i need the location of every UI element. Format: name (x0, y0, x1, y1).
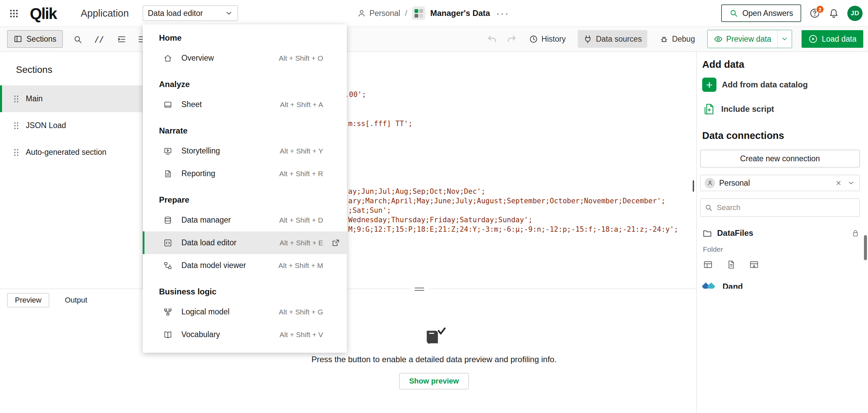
section-item-auto-generated[interactable]: Auto-generated section (0, 139, 142, 166)
connection-name: DataFiles (717, 228, 753, 238)
menu-item-shortcut: Alt + Shift + A (280, 101, 323, 109)
logical-model-icon (163, 308, 172, 316)
space-filter-value: Personal (719, 179, 750, 188)
menu-item-shortcut: Alt + Shift + E (280, 239, 323, 247)
menu-item-label: Data load editor (181, 238, 236, 247)
drag-handle-icon[interactable] (14, 96, 18, 102)
debug-button[interactable]: Debug (657, 30, 698, 48)
chevron-down-icon[interactable] (847, 179, 855, 187)
add-from-catalog-button[interactable]: + Add from data catalog (702, 77, 859, 92)
qlik-logo: Qlik (30, 4, 57, 23)
panel-resize-handle[interactable] (411, 286, 428, 292)
app-launcher-icon[interactable] (7, 6, 21, 21)
include-script-button[interactable]: Include script (702, 102, 859, 117)
menu-item-shortcut: Alt + Shift + O (279, 54, 323, 62)
preview-panel-tabs: Preview Output (7, 293, 89, 307)
section-item-main[interactable]: Main (0, 85, 142, 112)
connector-logo-icon (702, 281, 718, 289)
tab-output[interactable]: Output (63, 295, 89, 305)
data-connections-title: Data connections (702, 130, 784, 141)
menu-group-prepare: Prepare (143, 185, 347, 209)
data-manager-icon (163, 216, 172, 225)
menu-item-overview[interactable]: Overview Alt + Shift + O (143, 47, 347, 69)
data-source-plug-icon (583, 35, 592, 44)
indent-right-icon[interactable] (115, 32, 129, 46)
sections-button-label: Sections (26, 35, 56, 44)
connection-item-datafiles[interactable]: DataFiles (702, 225, 860, 241)
connection-item-partial[interactable]: Dand (702, 279, 860, 289)
storytelling-icon (163, 147, 172, 156)
more-options-icon[interactable]: ··· (495, 8, 511, 18)
create-connection-button[interactable]: Create new connection (700, 150, 860, 167)
menu-item-logical-model[interactable]: Logical model Alt + Shift + G (143, 301, 347, 323)
edit-script-icon[interactable] (726, 260, 736, 270)
clear-filter-icon[interactable] (834, 179, 843, 187)
space-crumb[interactable]: Personal (357, 9, 400, 18)
menu-item-label: Logical model (181, 307, 230, 316)
tab-preview[interactable]: Preview (7, 293, 49, 307)
code-line: Wednesday;Thursday;Friday;Saturday;Sunda… (348, 216, 533, 224)
chevron-down-icon (225, 9, 233, 17)
show-preview-button[interactable]: Show preview (399, 373, 469, 389)
history-button[interactable]: History (526, 30, 569, 48)
load-data-button[interactable]: Load data (802, 30, 863, 48)
menu-item-vocabulary[interactable]: Vocabulary Alt + Shift + V (143, 323, 347, 346)
menu-item-sheet[interactable]: Sheet Alt + Shift + A (143, 93, 347, 116)
answers-search-icon (729, 9, 738, 18)
user-avatar[interactable]: JD (847, 6, 863, 21)
menu-item-data-manager[interactable]: Data manager Alt + Shift + D (143, 209, 347, 231)
connection-name: Dand (723, 282, 743, 289)
data-sources-label: Data sources (596, 35, 642, 44)
include-script-label: Include script (721, 104, 774, 114)
panel-resize-grip[interactable] (693, 180, 694, 192)
load-table-icon[interactable] (749, 260, 759, 270)
add-from-catalog-label: Add from data catalog (722, 80, 808, 89)
data-load-editor-icon (163, 239, 172, 247)
menu-item-label: Data manager (181, 215, 231, 225)
drag-handle-icon[interactable] (14, 122, 18, 129)
person-icon (357, 9, 366, 18)
menu-group-analyze: Analyze (143, 69, 347, 93)
open-in-new-window-icon[interactable] (330, 237, 341, 249)
preview-data-button[interactable]: Preview data (708, 30, 777, 48)
navigation-menu: Home Overview Alt + Shift + O Analyze Sh… (143, 24, 347, 353)
code-line: ary;March;April;May;June;July;August;Sep… (348, 197, 666, 205)
preview-data-caret-icon[interactable] (777, 30, 792, 48)
menu-item-data-model-viewer[interactable]: Data model viewer Alt + Shift + M (143, 254, 347, 277)
drag-handle-icon[interactable] (14, 149, 18, 156)
preview-data-icon (714, 35, 723, 44)
menu-item-shortcut: Alt + Shift + Y (280, 147, 323, 155)
menu-item-reporting[interactable]: Reporting Alt + Shift + R (143, 162, 347, 185)
help-button[interactable]: 2 (809, 8, 820, 19)
redo-icon[interactable] (507, 34, 517, 44)
breadcrumb: Personal / Manager's Data ··· (357, 0, 511, 26)
vocabulary-book-icon (163, 330, 172, 339)
person-icon (705, 178, 715, 188)
undo-icon[interactable] (487, 34, 497, 44)
section-item-label: Auto-generated section (26, 148, 106, 157)
toolbar-right-actions: History Data sources Debug Pre (487, 26, 863, 51)
code-line: ay;Jun;Jul;Aug;Sep;Oct;Nov;Dec'; (348, 187, 486, 195)
data-sources-button[interactable]: Data sources (578, 30, 647, 48)
menu-item-label: Storytelling (181, 146, 220, 156)
select-table-icon[interactable] (703, 260, 713, 270)
scrollbar-thumb[interactable] (864, 235, 867, 260)
open-answers-button[interactable]: Open Answers (721, 4, 801, 22)
menu-item-label: Data model viewer (181, 261, 246, 270)
view-selector-value: Data load editor (148, 9, 203, 18)
menu-item-storytelling[interactable]: Storytelling Alt + Shift + Y (143, 140, 347, 162)
section-item-json-load[interactable]: JSON Load (0, 112, 142, 139)
space-filter-dropdown[interactable]: Personal (700, 175, 860, 191)
search-input[interactable] (716, 203, 855, 212)
lock-icon (851, 229, 860, 238)
notifications-bell-icon[interactable] (828, 8, 839, 19)
preview-data-label: Preview data (726, 35, 771, 44)
app-thumbnail-icon[interactable] (412, 6, 426, 20)
comment-icon[interactable]: // (92, 32, 106, 46)
menu-item-data-load-editor[interactable]: Data load editor Alt + Shift + E (143, 231, 347, 254)
toggle-sections-button[interactable]: Sections (7, 30, 63, 48)
menu-item-shortcut: Alt + Shift + R (279, 170, 323, 178)
view-selector-dropdown[interactable]: Data load editor (143, 5, 238, 21)
menu-group-home: Home (143, 28, 347, 47)
search-icon[interactable] (71, 32, 85, 46)
